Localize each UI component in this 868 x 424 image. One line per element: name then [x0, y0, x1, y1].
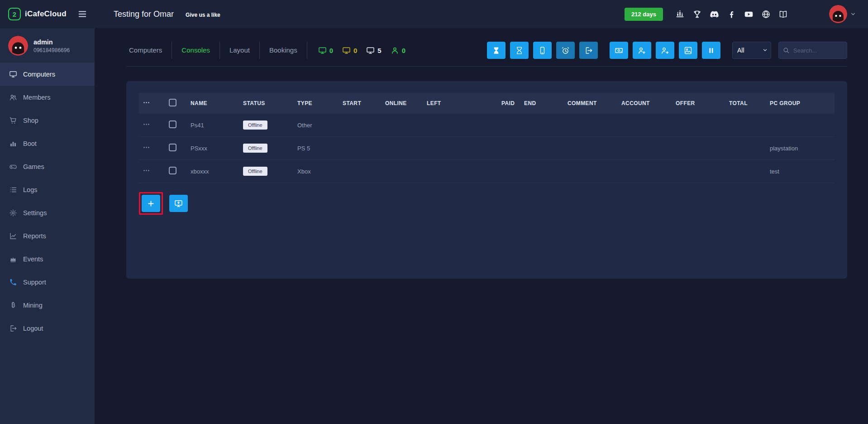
- search-box: [778, 42, 847, 59]
- cash-button[interactable]: [610, 42, 628, 59]
- photo-button[interactable]: [679, 42, 697, 59]
- gear-icon: [9, 209, 17, 217]
- sign-out-session-button[interactable]: [579, 42, 598, 59]
- add-member-icon: [638, 46, 646, 55]
- row-menu-icon[interactable]: [143, 144, 150, 151]
- mobile-button[interactable]: [533, 42, 552, 59]
- sidebar-item-logs[interactable]: Logs: [0, 178, 95, 201]
- status-counters: 0 0 5 0: [318, 46, 405, 55]
- row-menu-icon[interactable]: [143, 120, 150, 128]
- subscription-days-badge[interactable]: 212 days: [625, 8, 663, 21]
- sidebar-toggle-button[interactable]: [77, 9, 87, 19]
- sidebar-item-reports[interactable]: Reports: [0, 224, 95, 247]
- row-checkbox[interactable]: [169, 120, 176, 128]
- monitor-download-icon: [174, 199, 183, 208]
- counter-value: 0: [353, 47, 357, 54]
- move-member-button[interactable]: [656, 42, 674, 59]
- users-icon: [9, 93, 17, 101]
- cell-start: [339, 114, 382, 137]
- row-checkbox[interactable]: [169, 144, 176, 151]
- cell-comment: [564, 114, 618, 137]
- bars-icon: [9, 140, 17, 148]
- cell-comment: [564, 160, 618, 183]
- list-icon: [9, 186, 17, 194]
- sidebar-item-games[interactable]: Games: [0, 155, 95, 178]
- row-menu-icon[interactable]: [143, 167, 150, 174]
- import-consoles-button[interactable]: [169, 195, 188, 212]
- tab-consoles[interactable]: Consoles: [172, 42, 220, 59]
- cell-paid: [498, 160, 520, 183]
- table-row[interactable]: xboxxx Offline Xbox test: [139, 160, 835, 183]
- give-us-a-like-link[interactable]: Give us a like: [186, 12, 220, 18]
- table-row[interactable]: Ps41 Offline Other: [139, 114, 835, 137]
- sidebar-item-label: Logs: [23, 186, 37, 193]
- sidebar-item-settings[interactable]: Settings: [0, 201, 95, 224]
- row-checkbox[interactable]: [169, 167, 176, 174]
- guide-book-icon[interactable]: [778, 10, 788, 19]
- user-id: 096184986696: [33, 47, 70, 53]
- sidebar-item-label: Events: [23, 255, 43, 263]
- pause-button[interactable]: [702, 42, 720, 59]
- cell-offer: [672, 114, 725, 137]
- sidebar: admin 096184986696 Computers Members Sho…: [0, 28, 95, 424]
- column-header: COMMENT: [564, 93, 618, 114]
- status-badge: Offline: [243, 167, 267, 176]
- alarm-clock-button[interactable]: [556, 42, 575, 59]
- facebook-icon[interactable]: [727, 10, 736, 19]
- cell-name: xboxxx: [187, 160, 239, 183]
- sidebar-item-mining[interactable]: Mining: [0, 294, 95, 317]
- trophy-icon[interactable]: [692, 10, 702, 19]
- brand-logo: 2 iCafeCloud: [8, 8, 67, 20]
- cell-paid: [498, 114, 520, 137]
- tab-bookings[interactable]: Bookings: [260, 42, 307, 59]
- cell-end: [520, 137, 564, 160]
- cell-pc-group: [766, 114, 835, 137]
- sidebar-item-label: Settings: [23, 209, 47, 217]
- sign-out-icon: [584, 46, 593, 55]
- sidebar-user: admin 096184986696: [0, 28, 95, 63]
- column-header: ONLINE: [382, 93, 423, 114]
- bulk-actions-icon[interactable]: [143, 99, 150, 106]
- sidebar-item-support[interactable]: Support: [0, 270, 95, 294]
- cell-online: [382, 160, 423, 183]
- cell-online: [382, 114, 423, 137]
- sidebar-item-label: Members: [23, 94, 50, 101]
- cell-start: [339, 137, 382, 160]
- view-tabs: Computers Consoles Layout Bookings: [126, 42, 307, 59]
- brand-name: iCafeCloud: [25, 10, 67, 19]
- consoles-panel: NAME STATUS TYPE START ONLINE LEFT PAID …: [126, 81, 847, 279]
- sidebar-item-members[interactable]: Members: [0, 86, 95, 109]
- column-header: OFFER: [672, 93, 725, 114]
- tab-layout[interactable]: Layout: [220, 42, 260, 59]
- sidebar-item-shop[interactable]: Shop: [0, 109, 95, 132]
- sidebar-item-logout[interactable]: Logout: [0, 317, 95, 340]
- line-chart-icon: [9, 232, 17, 240]
- tab-computers[interactable]: Computers: [126, 42, 172, 59]
- select-all-checkbox[interactable]: [169, 99, 176, 106]
- hourglass-outline-button[interactable]: [510, 42, 529, 59]
- add-member-button[interactable]: [633, 42, 651, 59]
- phone-icon: [9, 278, 17, 286]
- leaderboard-icon[interactable]: [675, 10, 685, 19]
- hamburger-icon: [77, 9, 87, 19]
- hourglass-fill-button[interactable]: [487, 42, 506, 59]
- chevron-down-icon: [850, 11, 856, 17]
- cell-pc-group: playstation: [766, 137, 835, 160]
- tabbar: Computers Consoles Layout Bookings 0 0: [126, 42, 847, 67]
- sidebar-item-computers[interactable]: Computers: [0, 63, 95, 86]
- globe-icon[interactable]: [761, 10, 771, 19]
- sidebar-item-events[interactable]: Events: [0, 247, 95, 270]
- discord-icon[interactable]: [710, 10, 719, 19]
- brand-area: 2 iCafeCloud: [0, 8, 95, 20]
- group-filter-select[interactable]: All: [732, 42, 771, 59]
- monitor-icon: [318, 46, 327, 55]
- user-menu[interactable]: [829, 5, 856, 23]
- cell-type: Xbox: [294, 160, 339, 183]
- table-row[interactable]: PSxxx Offline PS 5 playstation: [139, 137, 835, 160]
- app-root: 2 iCafeCloud Testing for Omar Give us a …: [0, 0, 868, 424]
- cell-type: PS 5: [294, 137, 339, 160]
- crown-icon: [9, 255, 17, 263]
- add-console-button[interactable]: [142, 195, 160, 212]
- sidebar-item-boot[interactable]: Boot: [0, 132, 95, 155]
- youtube-icon[interactable]: [744, 10, 754, 19]
